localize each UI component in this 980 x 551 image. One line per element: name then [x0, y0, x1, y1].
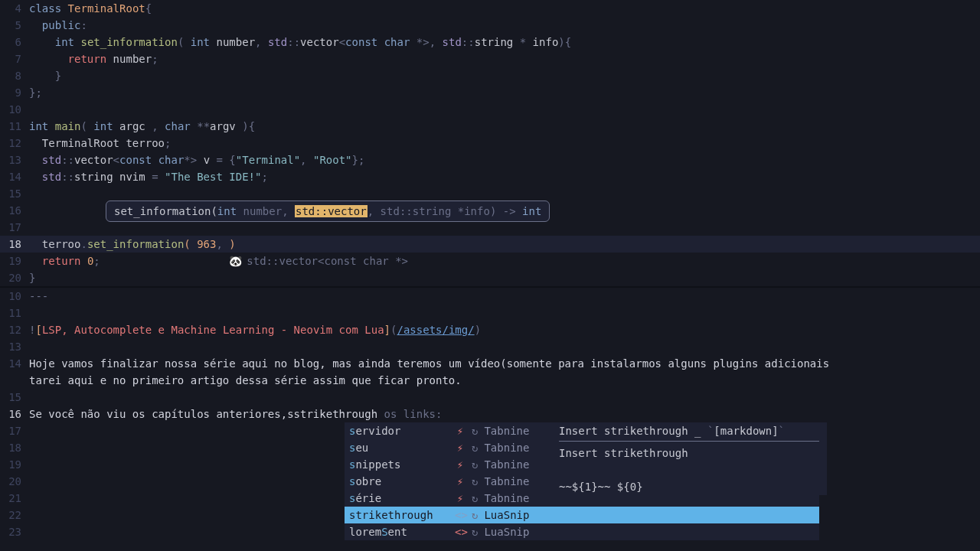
code-line[interactable]: 5 public: — [0, 17, 980, 34]
completion-label: seu — [349, 439, 449, 456]
code-line[interactable]: tarei aqui e no primeiro artigo dessa sé… — [0, 372, 980, 389]
refresh-icon: ↻ — [472, 439, 478, 456]
line-number: 20 — [0, 269, 29, 286]
line-number: 7 — [0, 51, 29, 67]
code-line[interactable]: 13 — [0, 338, 980, 355]
code-line[interactable]: 15 — [0, 185, 980, 202]
code-line[interactable]: 18 terroo.set_information( 963, ) — [0, 236, 980, 253]
line-number: 13 — [0, 152, 29, 168]
completion-source: Tabnine — [484, 473, 529, 490]
completion-label: strikethrough — [349, 507, 449, 523]
code-content[interactable]: } — [29, 67, 980, 84]
code-content[interactable] — [29, 219, 980, 236]
code-content[interactable]: terroo.set_information( 963, ) — [29, 236, 980, 253]
editor-pane-markdown[interactable]: 10---1112![LSP, Autocomplete e Machine L… — [0, 288, 980, 540]
snippet-icon: <> — [455, 523, 466, 540]
bolt-icon: ⚡ — [455, 473, 466, 490]
code-content[interactable]: int set_information( int number, std::ve… — [29, 34, 980, 51]
refresh-icon: ↻ — [472, 490, 478, 507]
code-line[interactable]: 14Hoje vamos finalizar nossa série aqui … — [0, 355, 980, 372]
bolt-icon: ⚡ — [455, 439, 466, 456]
code-line[interactable]: 13 std::vector<const char*> v = {"Termin… — [0, 152, 980, 168]
code-line[interactable]: 19 return 0; 🐼std::vector<const char *> — [0, 253, 980, 269]
line-number: 4 — [0, 0, 29, 17]
completion-label: série — [349, 490, 449, 507]
line-number: 10 — [0, 288, 29, 305]
code-line[interactable]: 12![LSP, Autocomplete e Machine Learning… — [0, 321, 980, 338]
line-number: 22 — [0, 507, 29, 523]
code-content[interactable] — [29, 389, 980, 406]
refresh-icon: ↻ — [472, 456, 478, 473]
code-content[interactable]: Se você não viu os capítulos anteriores,… — [29, 406, 980, 422]
line-number: 12 — [0, 135, 29, 152]
code-content[interactable]: } — [29, 269, 980, 286]
code-content[interactable]: int main( int argc , char **argv ){ — [29, 118, 980, 135]
code-line[interactable]: 10 — [0, 101, 980, 118]
code-content[interactable]: return 0; 🐼std::vector<const char *> — [29, 253, 980, 269]
code-content[interactable]: TerminalRoot terroo; — [29, 135, 980, 152]
code-line[interactable]: 14 std::string nvim = "The Best IDE!"; — [0, 168, 980, 185]
code-content[interactable]: class TerminalRoot{ — [29, 0, 980, 17]
completion-source: Tabnine — [484, 422, 529, 439]
code-line[interactable]: 12 TerminalRoot terroo; — [0, 135, 980, 152]
code-content[interactable]: ![LSP, Autocomplete e Machine Learning -… — [29, 321, 980, 338]
code-content[interactable] — [29, 338, 980, 355]
code-line[interactable]: 15 — [0, 389, 980, 406]
completion-item[interactable]: strikethrough<>↻LuaSnip — [345, 507, 819, 523]
snippet-icon: <> — [455, 507, 466, 523]
code-content[interactable]: set_information(int number, std::vector,… — [29, 202, 980, 219]
line-number: 5 — [0, 17, 29, 34]
bolt-icon: ⚡ — [455, 422, 466, 439]
code-line[interactable]: 11int main( int argc , char **argv ){ — [0, 118, 980, 135]
code-content[interactable]: --- — [29, 288, 980, 305]
code-content[interactable] — [29, 305, 980, 321]
completion-item[interactable]: loremSent<>↻LuaSnip — [345, 523, 819, 540]
line-number: 21 — [0, 490, 29, 507]
code-line[interactable]: 4class TerminalRoot{ — [0, 0, 980, 17]
line-number: 18 — [0, 236, 29, 253]
code-content[interactable]: std::string nvim = "The Best IDE!"; — [29, 168, 980, 185]
line-number: 6 — [0, 34, 29, 51]
line-number: 8 — [0, 67, 29, 84]
code-content[interactable]: tarei aqui e no primeiro artigo dessa sé… — [29, 372, 980, 389]
code-line[interactable]: 20} — [0, 269, 980, 286]
completion-label: servidor — [349, 422, 449, 439]
editor-pane-cpp[interactable]: 4class TerminalRoot{5 public:6 int set_i… — [0, 0, 980, 286]
code-content[interactable]: public: — [29, 17, 980, 34]
code-content[interactable] — [29, 101, 980, 118]
line-number: 11 — [0, 118, 29, 135]
doc-snippet: ~~${1}~~ ${0} — [559, 478, 819, 495]
code-line[interactable]: 16Se você não viu os capítulos anteriore… — [0, 406, 980, 422]
code-content[interactable]: }; — [29, 84, 980, 101]
line-number: 20 — [0, 473, 29, 490]
line-number: 16 — [0, 406, 29, 422]
doc-spacer — [559, 461, 819, 478]
code-line[interactable]: 9}; — [0, 84, 980, 101]
panda-icon: 🐼 — [229, 255, 242, 267]
line-number: 23 — [0, 523, 29, 540]
refresh-icon: ↻ — [472, 507, 478, 523]
bolt-icon: ⚡ — [455, 456, 466, 473]
code-line[interactable]: 8 } — [0, 67, 980, 84]
code-line[interactable]: 17 — [0, 219, 980, 236]
line-number: 13 — [0, 338, 29, 355]
line-number: 19 — [0, 253, 29, 269]
completion-source: Tabnine — [484, 439, 529, 456]
code-line[interactable]: 11 — [0, 305, 980, 321]
line-number: 17 — [0, 219, 29, 236]
code-line[interactable]: 16set_information(int number, std::vecto… — [0, 202, 980, 219]
doc-title: Insert strikethrough _ `[markdown]` — [559, 422, 819, 439]
code-content[interactable]: Hoje vamos finalizar nossa série aqui no… — [29, 355, 980, 372]
bolt-icon: ⚡ — [455, 490, 466, 507]
line-number: 15 — [0, 185, 29, 202]
code-content[interactable]: return number; — [29, 51, 980, 67]
code-line[interactable]: 10--- — [0, 288, 980, 305]
line-number: 18 — [0, 439, 29, 456]
code-line[interactable]: 7 return number; — [0, 51, 980, 67]
code-line[interactable]: 6 int set_information( int number, std::… — [0, 34, 980, 51]
doc-separator — [559, 441, 819, 442]
line-number: 15 — [0, 389, 29, 406]
code-content[interactable]: std::vector<const char*> v = {"Terminal"… — [29, 152, 980, 168]
line-number: 14 — [0, 355, 29, 372]
code-content[interactable] — [29, 185, 980, 202]
